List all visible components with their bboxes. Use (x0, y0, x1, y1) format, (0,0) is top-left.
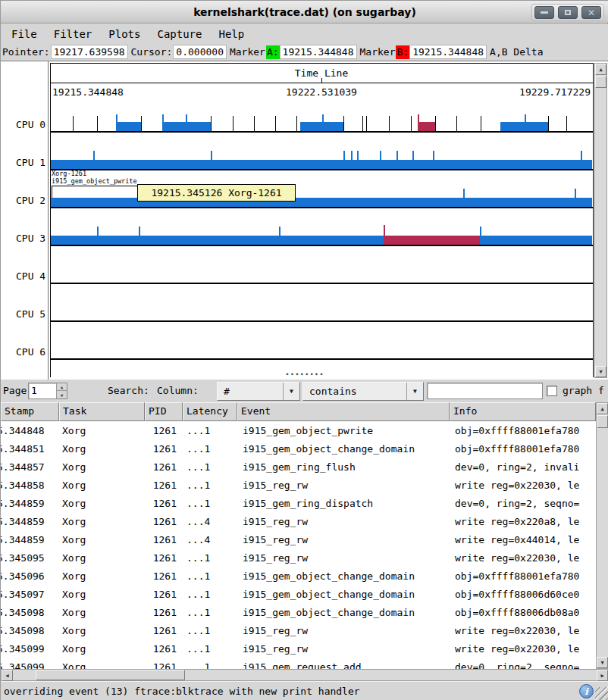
event-table[interactable]: 5.344848Xorg1261...1i915_gem_object_pwri… (1, 421, 596, 669)
cpu2-event-label: i915_gem_object_pwrite (52, 177, 137, 186)
horizontal-scrollbar[interactable]: ◀ ▶ (1, 669, 608, 681)
pane-splitter-handle[interactable] (1, 370, 608, 378)
menu-help[interactable]: Help (218, 28, 244, 40)
maximize-icon (565, 10, 571, 15)
table-cell: 5.345099 (1, 643, 59, 655)
menu-plots[interactable]: Plots (108, 28, 140, 40)
table-cell: i915_reg_rw (237, 625, 450, 636)
table-cell: 1261 (145, 425, 183, 436)
marker-a-badge[interactable]: A: (266, 45, 280, 59)
graph-scrollbar-thumb[interactable] (595, 76, 606, 88)
table-cell: 5.344848 (1, 425, 59, 436)
graph-tooltip: 19215.345126 Xorg-1261 (137, 184, 296, 202)
event-tick (362, 116, 363, 131)
column-header-latency[interactable]: Latency (183, 402, 237, 421)
column-header-task[interactable]: Task (59, 402, 145, 421)
table-row[interactable]: 5.345099Xorg1261...1i915_gem_request_add… (1, 658, 596, 669)
scroll-right-button[interactable]: ▶ (597, 670, 608, 681)
scroll-down-button[interactable]: ▼ (597, 657, 608, 668)
table-row[interactable]: 5.344859Xorg1261...1i915_gem_ring_dispat… (1, 494, 596, 512)
spin-down-button[interactable]: ▼ (57, 391, 67, 398)
table-cell: i915_gem_object_change_domain (237, 589, 450, 600)
scroll-up-button[interactable]: ▲ (595, 64, 606, 75)
table-cell: ...4 (183, 534, 237, 545)
scroll-left-button[interactable]: ◀ (2, 670, 13, 681)
maximize-button[interactable] (558, 6, 578, 19)
event-tick (566, 116, 567, 131)
table-row[interactable]: 5.345098Xorg1261...1i915_reg_rwwrite reg… (1, 621, 596, 639)
table-row[interactable]: 5.345098Xorg1261...1i915_gem_object_chan… (1, 603, 596, 621)
table-cell: Xorg (59, 643, 145, 655)
marker-b-badge[interactable]: B: (396, 45, 409, 59)
graph-follows-checkbox[interactable] (547, 386, 557, 396)
timeline-title: Time Line (50, 67, 593, 79)
horizontal-scrollbar-thumb[interactable] (36, 670, 185, 680)
table-row[interactable]: 5.344851Xorg1261...1i915_gem_object_chan… (1, 439, 596, 458)
plot-right-border (593, 63, 594, 377)
event-tick (481, 116, 481, 131)
menu-capture[interactable]: Capture (157, 28, 202, 40)
table-row[interactable]: 5.345095Xorg1261...1i915_reg_rwwrite reg… (1, 548, 596, 567)
scroll-up-button[interactable]: ▲ (597, 403, 608, 414)
chevron-down-icon[interactable]: ▼ (406, 383, 423, 400)
table-cell: obj=0xffff88001efa780 (450, 425, 596, 436)
title-bar[interactable]: kernelshark(trace.dat) (on sugarbay) ✕ (1, 1, 608, 23)
match-select[interactable]: contains ▼ (302, 382, 424, 401)
column-header-event[interactable]: Event (237, 402, 450, 421)
column-header-info[interactable]: Info (450, 402, 596, 421)
minimize-button[interactable] (534, 6, 554, 19)
column-header-pid[interactable]: PID (145, 402, 183, 421)
column-header-stamp[interactable]: Stamp (1, 402, 59, 421)
table-row[interactable]: 5.344859Xorg1261...4i915_reg_rwwrite reg… (1, 530, 596, 548)
event-bar-segment (51, 160, 592, 169)
table-cell: Xorg (59, 425, 145, 436)
table-cell: Xorg (59, 516, 145, 527)
event-tick (456, 116, 457, 131)
table-cell: write reg=0x22030, le (450, 625, 596, 636)
graph-scrollbar[interactable]: ▲ ▼ (594, 63, 607, 378)
event-tick (162, 114, 164, 123)
table-row[interactable]: 5.344857Xorg1261...1i915_gem_ring_flushd… (1, 458, 596, 476)
menu-file[interactable]: File (11, 28, 37, 40)
chevron-down-icon[interactable]: ▼ (283, 383, 299, 400)
table-cell: 5.344858 (1, 480, 59, 491)
table-row[interactable]: 5.344858Xorg1261...1i915_reg_rwwrite reg… (1, 476, 596, 494)
table-cell: Xorg (59, 589, 145, 600)
table-cell: Xorg (59, 661, 145, 670)
event-bar-segment (480, 236, 592, 245)
table-row[interactable]: 5.345099Xorg1261...1i915_reg_rwwrite reg… (1, 639, 596, 658)
table-cell: 1261 (145, 625, 183, 636)
cpu2-marker-line (52, 186, 52, 198)
info-icon[interactable]: i (579, 684, 594, 698)
resize-grip[interactable] (595, 687, 608, 700)
table-cell: 5.345098 (1, 625, 59, 636)
time-tick-right: 19229.717229 (519, 86, 591, 98)
table-cell: ...1 (183, 643, 237, 655)
page-spinbox[interactable]: 1 ▲ ▼ (28, 383, 67, 399)
table-cell: dev=0, ring=2, seqno= (450, 498, 596, 509)
table-scrollbar[interactable]: ▲ ▼ (596, 402, 608, 669)
timeline-graph[interactable]: Time Line 19215.344848 19222.531039 1922… (1, 61, 608, 380)
table-scrollbar-thumb[interactable] (597, 415, 608, 428)
event-tick (380, 151, 381, 160)
table-row[interactable]: 5.345097Xorg1261...1i915_gem_object_chan… (1, 585, 596, 603)
table-cell: i915_reg_rw (237, 552, 450, 564)
cpu-baseline (50, 169, 593, 170)
spin-up-button[interactable]: ▲ (57, 383, 67, 391)
cpu-baseline (50, 245, 593, 246)
kernelshark-window: kernelshark(trace.dat) (on sugarbay) ✕ F… (0, 0, 608, 700)
window-title: kernelshark(trace.dat) (on sugarbay) (1, 1, 533, 23)
gutter-separator (48, 61, 49, 380)
search-input[interactable] (427, 383, 543, 399)
table-row[interactable]: 5.345096Xorg1261...1i915_gem_object_chan… (1, 567, 596, 585)
menu-filter[interactable]: Filter (54, 28, 92, 40)
close-button[interactable]: ✕ (581, 6, 601, 19)
search-toolbar: Page 1 ▲ ▼ Search: Column: # ▼ contains … (1, 380, 608, 402)
table-cell: ...1 (183, 570, 237, 582)
table-row[interactable]: 5.344848Xorg1261...1i915_gem_object_pwri… (1, 421, 596, 439)
column-select[interactable]: # ▼ (217, 382, 300, 401)
table-cell: 1261 (145, 643, 183, 655)
table-cell: write reg=0x44014, le (450, 534, 596, 545)
event-tick (433, 151, 434, 160)
table-row[interactable]: 5.344859Xorg1261...4i915_reg_rwwrite reg… (1, 512, 596, 530)
